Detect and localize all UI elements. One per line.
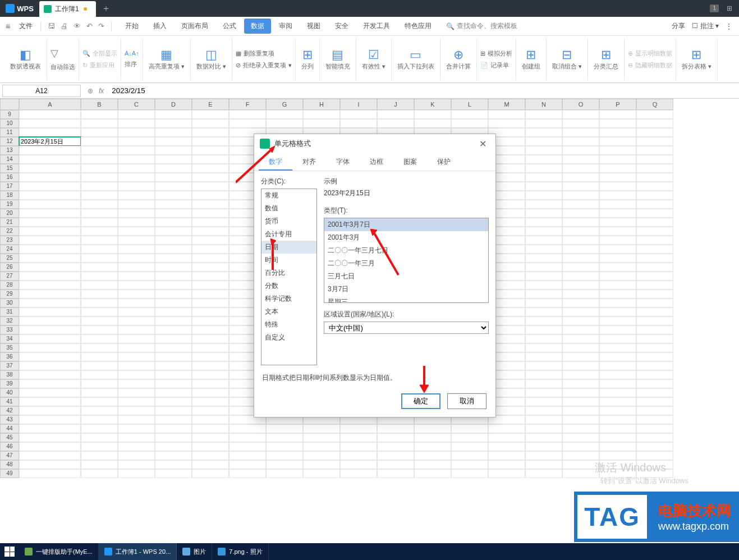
category-item[interactable]: 文本 [261,305,316,318]
row-header[interactable]: 23 [0,236,19,245]
cell[interactable] [118,227,155,236]
cell[interactable] [192,254,229,263]
tab-developer[interactable]: 开发工具 [356,19,397,34]
cell[interactable] [192,218,229,227]
cell[interactable] [229,451,266,460]
cell[interactable] [192,245,229,254]
row-header[interactable]: 46 [0,442,19,451]
cell[interactable] [451,460,488,469]
row-header[interactable]: 11 [0,128,19,137]
cell[interactable] [636,433,673,442]
cell[interactable] [525,236,562,245]
row-header[interactable]: 44 [0,424,19,433]
cell[interactable] [562,334,599,343]
cell[interactable] [192,272,229,281]
cell[interactable] [19,406,81,415]
cell[interactable] [488,110,525,119]
row-header[interactable]: 38 [0,370,19,379]
ungroup-button[interactable]: ⊟ 取消组合 ▾ [547,38,588,80]
cell[interactable] [377,442,414,451]
ok-button[interactable]: 确定 [401,393,440,409]
cell[interactable] [81,137,118,146]
cell[interactable] [19,442,81,451]
cell[interactable] [562,451,599,460]
remove-dup-button[interactable]: ▦ 删除重复项 [236,49,274,58]
cell[interactable] [118,254,155,263]
cell[interactable] [599,272,636,281]
cell[interactable] [118,433,155,442]
cell[interactable] [636,397,673,406]
cell[interactable] [562,433,599,442]
validation-button[interactable]: ☑ 有效性 ▾ [356,38,392,80]
notification-badge[interactable]: 1 [710,4,719,12]
cell[interactable] [636,281,673,290]
cell[interactable] [192,433,229,442]
cell[interactable] [155,469,192,478]
column-header[interactable]: D [155,99,192,110]
cell[interactable] [451,424,488,433]
cell[interactable] [81,299,118,307]
cell[interactable] [118,460,155,469]
cell[interactable] [488,424,525,433]
column-header[interactable]: Q [636,99,673,110]
cell[interactable] [636,209,673,218]
cell[interactable] [525,460,562,469]
cell[interactable] [525,155,562,164]
row-header[interactable]: 31 [0,307,19,316]
type-item[interactable]: 3月7日 [324,283,488,296]
category-item[interactable]: 分数 [261,279,316,292]
cell[interactable] [81,307,118,316]
cell[interactable] [599,137,636,146]
cell[interactable] [19,388,81,397]
cell[interactable] [599,146,636,155]
cell[interactable] [118,442,155,451]
cell[interactable] [19,307,81,316]
cell[interactable] [192,173,229,182]
cell[interactable] [525,146,562,155]
cell[interactable] [636,254,673,263]
type-item[interactable]: 二〇〇一年三月七日 [324,244,488,257]
cell[interactable] [340,451,377,460]
category-item[interactable]: 会计专用 [261,228,316,241]
cell[interactable] [192,299,229,307]
cell[interactable] [155,379,192,388]
cell[interactable] [19,415,81,424]
document-tab[interactable]: 工作簿1 [39,1,96,17]
cell[interactable] [562,254,599,263]
cell[interactable] [155,164,192,173]
row-header[interactable]: 32 [0,316,19,325]
cell[interactable] [155,155,192,164]
cell[interactable] [192,397,229,406]
cell[interactable] [525,137,562,146]
cell[interactable] [562,406,599,415]
cell[interactable] [266,469,303,478]
category-item[interactable]: 时间 [261,254,316,267]
cell[interactable] [525,334,562,343]
cell[interactable] [155,137,192,146]
cell[interactable] [562,290,599,299]
cell[interactable] [155,325,192,334]
row-header[interactable]: 28 [0,281,19,290]
cell[interactable] [19,281,81,290]
cell[interactable] [192,451,229,460]
cell[interactable] [155,424,192,433]
cell[interactable] [118,209,155,218]
cell[interactable] [155,307,192,316]
whatif-button[interactable]: ⊞ 模拟分析 [480,49,512,58]
cell[interactable] [451,442,488,451]
cell[interactable] [118,182,155,191]
cell[interactable] [81,334,118,343]
cell[interactable] [155,460,192,469]
cell[interactable] [81,146,118,155]
cell[interactable] [525,245,562,254]
cell[interactable] [81,164,118,173]
cell[interactable] [19,299,81,307]
row-header[interactable]: 27 [0,272,19,281]
cell[interactable] [192,200,229,209]
cell[interactable] [118,290,155,299]
cell[interactable] [155,397,192,406]
cell[interactable] [155,334,192,343]
cell[interactable] [562,200,599,209]
cell[interactable] [118,146,155,155]
category-item[interactable]: 科学记数 [261,292,316,305]
